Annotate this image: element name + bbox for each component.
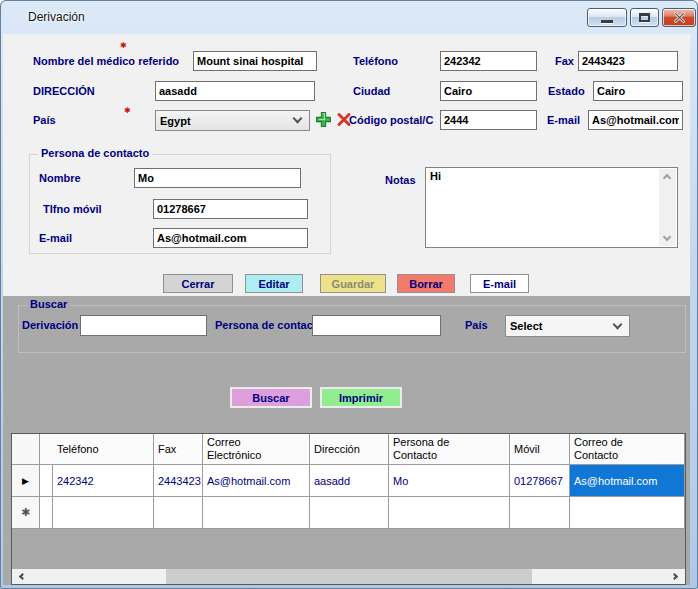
grid-background (12, 529, 685, 569)
scrollbar-track[interactable] (30, 569, 667, 584)
email-button[interactable]: E-mail (470, 274, 529, 293)
x-icon (336, 112, 352, 127)
grid-corner-header[interactable] (12, 434, 40, 465)
grid-cell-empty[interactable] (154, 497, 203, 529)
pais-label: País (33, 114, 56, 126)
new-row-icon: ✱ (21, 506, 30, 519)
scrollbar-thumb[interactable] (166, 569, 532, 584)
add-country-button[interactable] (315, 111, 332, 129)
search-pais-combobox[interactable]: Select (505, 315, 630, 337)
search-derivacion-label: Derivación (22, 319, 78, 331)
new-row-selector[interactable]: ✱ (12, 497, 40, 529)
borrar-button[interactable]: Borrar (397, 274, 455, 293)
contact-groupbox-title: Persona de contacto (38, 147, 152, 159)
direccion-input[interactable] (155, 81, 315, 101)
chevron-down-icon (613, 319, 623, 329)
titlebar: Derivación (0, 0, 698, 34)
grid-cell-telefono[interactable]: 242342 (53, 465, 154, 497)
close-button[interactable] (662, 8, 696, 27)
minimize-icon (601, 20, 613, 23)
datagrid-table: Teléfono Fax Correo Electrónico Direcció… (12, 434, 685, 529)
grid-cell-empty[interactable] (389, 497, 510, 529)
contact-email-label: E-mail (39, 232, 72, 244)
buscar-groupbox-title: Buscar (27, 298, 70, 310)
grid-cell-empty[interactable] (53, 497, 154, 529)
grid-cell-direccion[interactable]: aasadd (310, 465, 389, 497)
pais-combobox[interactable]: Egypt (155, 110, 310, 131)
minimize-button[interactable] (587, 8, 627, 27)
estado-input[interactable] (593, 81, 683, 101)
codigo-postal-input[interactable] (440, 110, 537, 130)
scroll-right-button[interactable] (667, 569, 685, 584)
row-selector[interactable]: ▶ (12, 465, 40, 497)
cerrar-button[interactable]: Cerrar (163, 274, 233, 293)
doctor-input[interactable] (193, 51, 317, 71)
required-marker: ✱ (120, 41, 127, 50)
contact-groupbox: Persona de contacto Nombre Tlfno móvil E… (29, 154, 331, 254)
grid-column-header-correo[interactable]: Correo Electrónico (203, 434, 310, 465)
grid-column-header-direccion[interactable]: Dirección (310, 434, 389, 465)
results-datagrid: Teléfono Fax Correo Electrónico Direcció… (11, 433, 686, 585)
notas-label: Notas (385, 174, 416, 186)
search-derivacion-input[interactable] (80, 315, 207, 336)
grid-cell-correo[interactable]: As@hotmail.com (203, 465, 310, 497)
app-window: Derivación ✱ Nombre del médico referido … (0, 0, 698, 589)
plus-icon (315, 111, 332, 128)
window-title: Derivación (28, 10, 85, 24)
direccion-label: DIRECCIÓN (33, 85, 95, 97)
telefono-input[interactable] (440, 51, 537, 71)
grid-column-header-fax[interactable]: Fax (154, 434, 203, 465)
scroll-left-button[interactable] (12, 569, 30, 584)
codigo-postal-label: Código postal/C (349, 114, 433, 126)
contact-movil-input[interactable] (153, 199, 308, 219)
search-persona-label: Persona de contacto (215, 319, 323, 331)
contact-nombre-label: Nombre (39, 172, 81, 184)
grid-cell-empty[interactable] (570, 497, 685, 529)
grid-cell-fax[interactable]: 2443423 (154, 465, 203, 497)
chevron-down-icon (293, 114, 303, 124)
scroll-right-icon (671, 573, 678, 580)
grid-column-header-telefono[interactable]: Teléfono (53, 434, 154, 465)
editar-button[interactable]: Editar (245, 274, 303, 293)
guardar-button[interactable]: Guardar (320, 274, 386, 293)
grid-cell-correo-contacto-selected[interactable]: As@hotmail.com (570, 465, 685, 497)
grid-column-header-movil[interactable]: Móvil (510, 434, 570, 465)
grid-cell-empty[interactable] (510, 497, 570, 529)
scroll-down-icon (663, 233, 671, 241)
scroll-left-icon (19, 573, 26, 580)
notas-text: Hi (430, 170, 441, 182)
contact-nombre-input[interactable] (134, 168, 301, 188)
search-pais-combobox-value: Select (506, 320, 614, 332)
grid-cell-empty[interactable] (310, 497, 389, 529)
notas-textarea[interactable]: Hi (425, 167, 678, 248)
grid-cell-persona[interactable]: Mo (389, 465, 510, 497)
grid-cell[interactable] (40, 465, 53, 497)
grid-cell-empty[interactable] (40, 497, 53, 529)
grid-column-header-persona[interactable]: Persona de Contacto (389, 434, 510, 465)
fax-label: Fax (555, 55, 574, 67)
buscar-button[interactable]: Buscar (230, 387, 312, 408)
contact-movil-label: Tlfno móvil (43, 203, 102, 215)
grid-column-header-correo-contacto[interactable]: Correo de Contacto (570, 434, 685, 465)
email-input[interactable] (588, 110, 683, 130)
email-label: E-mail (547, 114, 580, 126)
delete-country-button[interactable] (336, 112, 353, 130)
maximize-button[interactable] (630, 8, 659, 27)
ciudad-input[interactable] (440, 81, 537, 101)
grid-cell-movil[interactable]: 01278667 (510, 465, 570, 497)
horizontal-scrollbar[interactable] (12, 569, 685, 584)
fax-input[interactable] (578, 51, 678, 71)
client-area: ✱ Nombre del médico referido Teléfono Fa… (3, 34, 690, 585)
telefono-label: Teléfono (353, 55, 398, 67)
search-pais-label: País (465, 319, 488, 331)
close-icon (673, 12, 686, 23)
search-persona-input[interactable] (312, 315, 441, 336)
doctor-label: Nombre del médico referido (33, 55, 179, 67)
pais-combobox-value: Egypt (156, 115, 294, 127)
imprimir-button[interactable]: Imprimir (320, 387, 402, 408)
grid-cell-empty[interactable] (203, 497, 310, 529)
ciudad-label: Ciudad (353, 85, 390, 97)
contact-email-input[interactable] (153, 228, 308, 248)
estado-label: Estado (548, 85, 585, 97)
notas-scrollbar[interactable] (659, 169, 676, 246)
